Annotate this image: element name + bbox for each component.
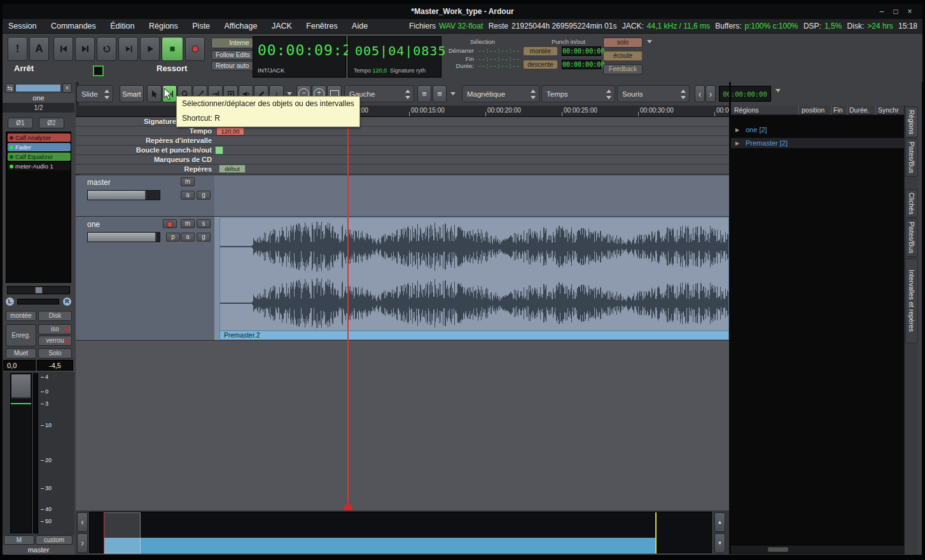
solo-button-one[interactable]: s <box>197 219 211 228</box>
processor-calf-equalizer[interactable]: Calf Equalizer <box>8 153 71 161</box>
stop-button[interactable] <box>162 37 183 61</box>
phase-1-button[interactable]: Ø1 <box>8 118 33 128</box>
start-location-marker[interactable]: début <box>219 165 246 173</box>
close-icon[interactable]: × <box>905 6 915 17</box>
menu-commandes[interactable]: Commandes <box>45 19 102 33</box>
selection-end-value[interactable]: --:--:--:-- <box>478 55 520 62</box>
column-fin[interactable]: Fin <box>833 106 843 114</box>
play-selection-button[interactable] <box>118 37 138 61</box>
pan-handle[interactable] <box>35 287 43 294</box>
scroll-up-button[interactable]: ▲ <box>714 512 725 532</box>
secondary-clock[interactable]: 005|04|0835 Tempo 120,0 Signature ryth <box>348 36 442 78</box>
scrollbar-thumb[interactable] <box>768 547 788 552</box>
edit-mode-combo[interactable]: Slide <box>76 85 113 102</box>
spring-checkbox[interactable] <box>93 65 104 76</box>
track-fader-master[interactable] <box>87 190 160 200</box>
menu-jack[interactable]: JACK <box>266 19 298 33</box>
expand-arrow-icon[interactable]: ▶ <box>735 139 739 149</box>
scroll-down-button[interactable]: ▼ <box>714 533 725 553</box>
gain-display[interactable]: 0,0 <box>3 360 36 371</box>
strip-io-label[interactable]: 1/2 <box>3 103 74 113</box>
punch-out-time[interactable]: 00:00:00:00 <box>562 60 601 69</box>
group-button-master[interactable]: g <box>197 191 211 200</box>
group-button-one[interactable]: g <box>197 233 211 242</box>
audition-button[interactable]: A <box>29 37 49 61</box>
chevron-down-icon[interactable] <box>775 89 781 92</box>
solo-lock-button[interactable]: verrou <box>38 336 72 346</box>
metering-button[interactable]: M <box>4 535 34 545</box>
menu-edition[interactable]: Édition <box>104 19 140 33</box>
maximize-icon[interactable]: □ <box>891 6 901 17</box>
track-height-expand-button[interactable]: ≡ <box>433 85 447 102</box>
feedback-button[interactable]: Feedback <box>603 64 643 74</box>
tempo-marker[interactable]: 120,00 <box>216 127 244 135</box>
tool-object-button[interactable] <box>147 85 162 102</box>
selection-start-value[interactable]: --:--:--:-- <box>478 47 520 54</box>
overview-view-rect[interactable] <box>104 512 141 554</box>
solo-button[interactable]: Solo <box>38 348 72 359</box>
menu-fenetres[interactable]: Fenêtres <box>300 19 343 33</box>
regions-hscrollbar[interactable] <box>731 545 904 554</box>
menu-affichage[interactable]: Affichage <box>219 19 263 33</box>
column-position[interactable]: position <box>802 106 824 114</box>
chevron-down-icon[interactable] <box>287 92 292 95</box>
loop-button[interactable] <box>97 37 116 61</box>
menu-aide[interactable]: Aide <box>346 19 373 33</box>
nav-next-button[interactable]: › <box>706 85 716 102</box>
play-button[interactable] <box>140 37 160 61</box>
mute-button[interactable]: Muet <box>6 348 36 359</box>
scroll-left-button[interactable]: ‹ <box>77 512 88 532</box>
track-header-master[interactable]: master m a g <box>76 175 214 217</box>
menu-session[interactable]: Session <box>3 19 42 33</box>
monitor-button[interactable]: écoute <box>603 51 643 61</box>
tab-tracks-bus-2[interactable]: Pistes/Bus <box>905 219 918 257</box>
track-name-master[interactable]: master <box>87 178 111 187</box>
mute-button-one[interactable]: m <box>181 219 195 228</box>
record-button[interactable] <box>185 37 205 61</box>
region-list-item-one[interactable]: ▶ one [2] <box>731 125 904 135</box>
peak-display[interactable]: -4,5 <box>37 360 73 371</box>
gain-fader[interactable] <box>10 373 32 533</box>
strip-output-label[interactable]: master <box>3 545 74 554</box>
solo-isolate-button[interactable]: iso <box>38 324 72 334</box>
record-arm-button-one[interactable] <box>163 219 177 228</box>
loop-range-marker[interactable] <box>215 146 223 154</box>
menu-piste[interactable]: Piste <box>186 19 216 33</box>
midi-panic-button[interactable]: ! <box>8 37 27 61</box>
track-name-one[interactable]: one <box>87 220 100 229</box>
region-name-bar[interactable]: Premaster.2 <box>220 331 728 339</box>
snap-mode-combo[interactable]: Magnétique <box>462 85 539 102</box>
processor-calf-analyzer[interactable]: Calf Analyzer <box>8 133 71 142</box>
edit-point-combo[interactable]: Souris <box>617 85 690 102</box>
track-canvas-master[interactable] <box>214 175 729 217</box>
disk-button[interactable]: Disk <box>38 311 72 321</box>
playhead[interactable] <box>347 106 349 510</box>
automation-button-one[interactable]: a <box>181 233 195 242</box>
track-fader-one[interactable] <box>87 232 160 242</box>
minimize-icon[interactable]: – <box>877 6 887 17</box>
regions-header[interactable]: Régions position Fin Durée. Synchr <box>731 106 904 115</box>
custom-meter-button[interactable]: custom <box>36 535 73 545</box>
phase-2-button[interactable]: Ø2 <box>39 118 64 128</box>
playhead-marker-icon[interactable] <box>342 502 354 510</box>
track-canvas-one[interactable]: Premaster.2 <box>214 217 729 341</box>
processor-fader[interactable]: Fader <box>8 143 71 151</box>
menu-regions[interactable]: Régions <box>143 19 184 33</box>
selection-length-value[interactable]: --:--:--:-- <box>478 62 520 69</box>
column-duree[interactable]: Durée. <box>849 106 870 114</box>
region-list-item-premaster[interactable]: ▶ Premaster [2] <box>731 138 904 148</box>
track-height-shrink-button[interactable]: ≡ <box>417 85 431 102</box>
audio-region-premaster[interactable]: Premaster.2 <box>219 217 729 340</box>
timecode-ruler[interactable]: 00:00:10:00 00:00:15:00 00:00:20:00 00:0… <box>76 106 729 117</box>
strip-close-button[interactable]: × <box>62 83 72 93</box>
punch-in-time[interactable]: 00:00:00:00 <box>562 46 601 56</box>
smart-mode-button[interactable]: Smart <box>120 85 144 102</box>
goto-end-button[interactable] <box>75 37 95 61</box>
goto-start-button[interactable] <box>53 37 73 61</box>
nav-prev-button[interactable]: ‹ <box>695 85 705 102</box>
nav-clock[interactable]: 00:00:00:00 <box>719 86 771 102</box>
gain-fader-handle[interactable] <box>11 374 31 399</box>
punch-out-button[interactable]: descente <box>523 60 558 69</box>
pan-slider[interactable] <box>7 286 70 294</box>
track-header-one[interactable]: one m s p a g <box>76 217 214 341</box>
